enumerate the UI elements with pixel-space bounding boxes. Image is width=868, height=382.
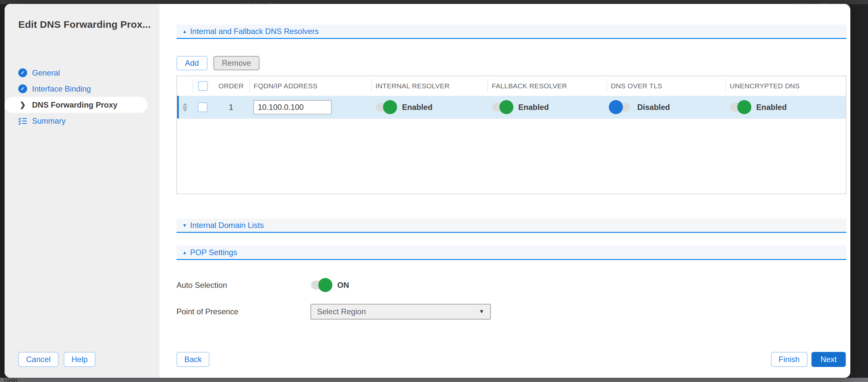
dns-over-tls-toggle[interactable] xyxy=(611,100,631,114)
select-all-cell xyxy=(192,80,213,93)
help-button[interactable]: Help xyxy=(64,352,95,367)
row-selected-accent xyxy=(177,96,179,118)
section-header-internal-domain-lists[interactable]: ▼ Internal Domain Lists xyxy=(177,218,846,233)
column-header-internal-resolver: INTERNAL RESOLVER xyxy=(371,80,488,93)
resolvers-toolbar: Add Remove xyxy=(177,56,846,70)
dns-over-tls-cell: Disabled xyxy=(607,100,725,114)
check-circle-icon: ✓ xyxy=(18,68,27,77)
sidebar-item-general[interactable]: ✓ General xyxy=(5,65,159,81)
point-of-presence-row: Point of Presence Select Region ▼ xyxy=(177,304,846,320)
check-circle-icon: ✓ xyxy=(18,84,27,93)
region-select-dropdown[interactable]: Select Region ▼ xyxy=(310,304,491,320)
sidebar-item-interface-binding[interactable]: ✓ Interface Binding xyxy=(5,81,159,97)
column-header-fqdn-ip: FQDN/IP ADDRESS xyxy=(249,80,371,93)
drag-column-header xyxy=(177,80,192,93)
back-button[interactable]: Back xyxy=(177,352,210,367)
dropdown-caret-icon: ▼ xyxy=(479,308,484,315)
auto-selection-value: ON xyxy=(337,281,349,290)
column-header-order: ORDER xyxy=(213,80,249,93)
toggle-state-label: Enabled xyxy=(756,103,786,112)
add-button[interactable]: Add xyxy=(177,56,208,70)
dialog-footer-actions: Finish Next xyxy=(771,352,846,367)
row-select-cell xyxy=(192,102,213,112)
toggle-state-label: Enabled xyxy=(402,103,432,112)
column-header-fallback-resolver: FALLBACK RESOLVER xyxy=(488,80,607,93)
sidebar-item-label: DNS Forwarding Proxy xyxy=(32,100,117,110)
section-title: Internal Domain Lists xyxy=(190,221,264,230)
unencrypted-dns-toggle[interactable] xyxy=(730,100,750,114)
unencrypted-dns-cell: Enabled xyxy=(725,100,846,114)
background-app-bottombar: Help xyxy=(0,378,868,382)
finish-button[interactable]: Finish xyxy=(771,352,808,367)
edit-dns-forwarding-proxy-dialog: Edit DNS Forwarding Prox... ✓ General ✓ … xyxy=(5,4,850,378)
internal-resolver-cell: Enabled xyxy=(371,100,488,114)
region-select-value: Select Region xyxy=(317,307,366,316)
section-header-pop-settings[interactable]: ▲ POP Settings xyxy=(177,245,846,260)
sidebar-item-dns-forwarding-proxy[interactable]: ❯ DNS Forwarding Proxy xyxy=(5,97,148,113)
point-of-presence-label: Point of Presence xyxy=(177,307,310,316)
fallback-resolver-cell: Enabled xyxy=(488,100,607,114)
wizard-sidebar: Edit DNS Forwarding Prox... ✓ General ✓ … xyxy=(5,4,159,378)
drag-handle[interactable] xyxy=(177,102,192,112)
collapse-triangle-icon: ▲ xyxy=(182,250,187,255)
section-title: Internal and Fallback DNS Resolvers xyxy=(190,27,319,36)
sidebar-item-summary[interactable]: Summary xyxy=(5,113,159,129)
wizard-steps: ✓ General ✓ Interface Binding ❯ DNS Forw… xyxy=(5,65,159,129)
internal-resolver-toggle[interactable] xyxy=(375,100,396,114)
expand-triangle-icon: ▼ xyxy=(182,223,187,228)
table-empty-area xyxy=(177,119,846,194)
chevron-right-icon: ❯ xyxy=(18,101,27,109)
next-button[interactable]: Next xyxy=(811,352,846,367)
fqdn-ip-cell xyxy=(249,100,371,115)
background-help-link: Help xyxy=(4,378,17,382)
row-checkbox[interactable] xyxy=(198,102,208,112)
section-title: POP Settings xyxy=(190,248,237,257)
column-header-unencrypted-dns: UNENCRYPTED DNS xyxy=(725,80,846,93)
fallback-resolver-toggle[interactable] xyxy=(492,100,512,114)
dialog-title: Edit DNS Forwarding Prox... xyxy=(5,4,159,30)
sidebar-item-label: General xyxy=(32,68,60,78)
sidebar-item-label: Interface Binding xyxy=(32,84,91,93)
table-header-row: ORDER FQDN/IP ADDRESS INTERNAL RESOLVER … xyxy=(177,76,846,96)
select-all-checkbox[interactable] xyxy=(198,81,208,91)
table-row: 1 Enabled Enabled xyxy=(177,96,846,119)
column-header-dns-over-tls: DNS OVER TLS xyxy=(607,80,725,93)
sidebar-item-label: Summary xyxy=(32,116,66,125)
summary-list-icon xyxy=(18,117,27,125)
section-header-resolvers[interactable]: ▲ Internal and Fallback DNS Resolvers xyxy=(177,25,846,39)
auto-selection-label: Auto Selection xyxy=(177,281,310,290)
collapse-triangle-icon: ▲ xyxy=(182,29,187,34)
auto-selection-toggle[interactable] xyxy=(310,278,331,292)
auto-selection-row: Auto Selection ON xyxy=(177,278,846,292)
wizard-content: ▲ Internal and Fallback DNS Resolvers Ad… xyxy=(159,4,850,378)
resolvers-table: ORDER FQDN/IP ADDRESS INTERNAL RESOLVER … xyxy=(177,76,846,194)
remove-button[interactable]: Remove xyxy=(213,56,259,70)
toggle-state-label: Disabled xyxy=(637,103,670,112)
toggle-state-label: Enabled xyxy=(518,103,549,112)
cancel-button[interactable]: Cancel xyxy=(18,352,59,367)
order-cell: 1 xyxy=(213,103,249,112)
fqdn-ip-input[interactable] xyxy=(253,100,332,115)
